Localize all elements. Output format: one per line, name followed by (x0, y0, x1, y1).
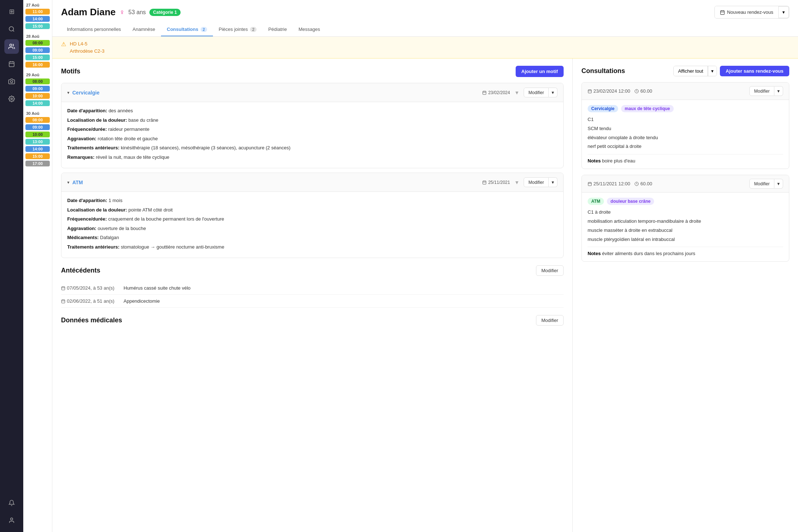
motif-collapse-icon[interactable]: ▾ (67, 90, 69, 95)
nav-tab-anamnèse[interactable]: Anamnèse (127, 23, 161, 36)
calendar-slot[interactable]: 15:00 (23, 153, 52, 160)
calendar-slot[interactable]: 08:00 (23, 39, 52, 47)
consultation-card-body: ATMdouleur base crâneC1 à droitemobilisa… (582, 193, 789, 261)
antecedent-date: 02/06/2022, à 51 an(s) (61, 298, 119, 304)
motif-title-text: ATM (72, 180, 83, 185)
motif-field-label: Aggravation: (67, 136, 96, 141)
calendar-slot[interactable]: 11:00 (23, 8, 52, 15)
header: Adam Diane ♀ 53 ans Catégorie 1 Nouveau … (52, 0, 798, 37)
calendar-slot[interactable]: 16:00 (23, 61, 52, 68)
motif-modifier-button[interactable]: Modifier (524, 88, 549, 97)
sidebar-icon-bell[interactable] (4, 496, 19, 510)
notes-label: Notes (588, 251, 601, 256)
nav-tab-pédiatrie[interactable]: Pédiatrie (262, 23, 293, 36)
motif-field-label: Date d'apparition: (67, 198, 107, 203)
calendar-slot[interactable]: 08:00 (23, 116, 52, 124)
consult-price: 60.00 (634, 88, 652, 94)
calendar-day-group: 27 Aoû11:0014:0015:00 (23, 0, 52, 31)
consult-modifier-button[interactable]: Modifier (749, 86, 774, 96)
motif-modifier-dropdown[interactable]: ▾ (549, 177, 557, 187)
consult-modifier-dropdown[interactable]: ▾ (774, 86, 783, 96)
calendar-slot[interactable]: 15:00 (23, 54, 52, 61)
nav-tab-messages[interactable]: Messages (293, 23, 326, 36)
consultation-tag: Cervicalgie (588, 105, 618, 112)
consultation-note-line: élévateur omoplate à droite tendu (588, 134, 783, 142)
calendar-time-badge: 14:00 (25, 100, 50, 106)
calendar-time-badge: 09:00 (25, 47, 50, 53)
motif-field-label: Médicaments: (67, 235, 99, 240)
motif-modifier-button[interactable]: Modifier (524, 177, 549, 187)
calendar-slot[interactable]: 13:00 (23, 138, 52, 145)
sidebar-icon-users[interactable] (4, 39, 19, 54)
consultation-meta: 23/02/2024 12:00 60.00 (588, 88, 652, 94)
motif-card: ▾Cervicalgie 23/02/2024▼Modifier▾Date d'… (61, 83, 564, 168)
consultation-tag: douleur base crâne (607, 198, 654, 205)
svg-rect-3 (9, 62, 14, 67)
calendar-slot[interactable]: 14:00 (23, 145, 52, 153)
calendar-slot[interactable]: 14:00 (23, 15, 52, 23)
nouveau-rdv-dropdown[interactable]: ▾ (779, 6, 789, 18)
svg-rect-18 (483, 181, 486, 184)
ajouter-sans-rdv-button[interactable]: Ajouter sans rendez-vous (720, 66, 789, 76)
motif-card-body: Date d'apparition: 1 moisLocalisation de… (61, 192, 563, 258)
antecedents-modifier-button[interactable]: Modifier (536, 265, 564, 276)
nav-tab-consultations[interactable]: Consultations2 (161, 23, 213, 36)
motif-field-value: des années (109, 108, 133, 113)
calendar-slot[interactable]: 08:00 (23, 78, 52, 85)
sidebar: ⊞ (0, 0, 23, 532)
calendar-day-label: 27 Aoû (23, 1, 52, 8)
calendar-slot[interactable]: 10:00 (23, 131, 52, 138)
tab-label: Anamnèse (133, 27, 155, 32)
consult-date: 25/11/2021 12:00 (588, 181, 630, 186)
calendar-slot[interactable]: 10:00 (23, 92, 52, 100)
sidebar-icon-user[interactable] (4, 513, 19, 528)
antecedent-item: 07/05/2024, à 53 an(s) Humérus cassé sui… (61, 282, 564, 295)
antecedents-header: Antécédents Modifier (61, 265, 564, 276)
sidebar-icon-camera[interactable] (4, 74, 19, 89)
add-motif-button[interactable]: Ajouter un motif (516, 66, 564, 77)
calendar-time-badge: 14:00 (25, 146, 50, 152)
motif-date: 23/02/2024 (482, 90, 510, 95)
motif-field: Médicaments: Dafalgan (67, 234, 557, 241)
filter-icon: ▼ (514, 180, 519, 185)
calendar-slot[interactable]: 14:00 (23, 100, 52, 107)
alert-text: HD L4-5Arthrodèse C2-3 (70, 40, 104, 55)
nouveau-rdv-button[interactable]: Nouveau rendez-vous (715, 6, 779, 18)
notes-label: Notes (588, 158, 601, 164)
motif-field-label: Localisation de la douleur: (67, 117, 127, 123)
motif-field: Aggravation: ouverture de la bouche (67, 225, 557, 232)
motif-collapse-icon[interactable]: ▾ (67, 180, 69, 185)
consult-price: 60.00 (634, 181, 652, 186)
sidebar-icon-settings[interactable] (4, 92, 19, 106)
motif-meta-row: 25/11/2021▼Modifier▾ (482, 177, 557, 187)
calendar-slot[interactable]: 17:00 (23, 160, 52, 167)
svg-rect-22 (62, 287, 65, 290)
consult-modifier-button[interactable]: Modifier (749, 179, 774, 189)
header-actions: Nouveau rendez-vous ▾ (714, 6, 789, 19)
motif-field-label: Aggravation: (67, 226, 96, 231)
nav-tab-pièces-jointes[interactable]: Pièces jointes2 (213, 23, 262, 36)
motif-field-value: rotation tête droite et gauche (98, 136, 158, 141)
motif-modifier-group: Modifier▾ (524, 177, 557, 187)
calendar-slot[interactable]: 09:00 (23, 85, 52, 92)
sidebar-icon-grid[interactable]: ⊞ (4, 4, 19, 19)
consult-modifier-dropdown[interactable]: ▾ (774, 179, 783, 189)
sidebar-icon-calendar[interactable] (4, 57, 19, 71)
svg-rect-35 (588, 182, 592, 186)
calendar-time-badge: 09:00 (25, 86, 50, 92)
sidebar-icon-search[interactable] (4, 22, 19, 36)
tab-label: Consultations (167, 27, 198, 32)
antecedent-item: 02/06/2022, à 51 an(s) Appendicectomie (61, 295, 564, 308)
calendar-slot[interactable]: 09:00 (23, 124, 52, 131)
afficher-dropdown-button[interactable]: ▾ (708, 66, 717, 76)
donnees-modifier-button[interactable]: Modifier (536, 315, 564, 326)
calendar-time-badge: 15:00 (25, 23, 50, 29)
motif-meta-row: 23/02/2024▼Modifier▾ (482, 88, 557, 97)
afficher-tout-button[interactable]: Afficher tout (674, 66, 708, 76)
nav-tab-informations-personnelles[interactable]: Informations personnelles (61, 23, 127, 36)
nouveau-rdv-label: Nouveau rendez-vous (727, 9, 773, 15)
calendar-slot[interactable]: 15:00 (23, 23, 52, 30)
tab-label: Messages (298, 27, 320, 32)
calendar-slot[interactable]: 09:00 (23, 47, 52, 54)
motif-modifier-dropdown[interactable]: ▾ (549, 88, 557, 97)
